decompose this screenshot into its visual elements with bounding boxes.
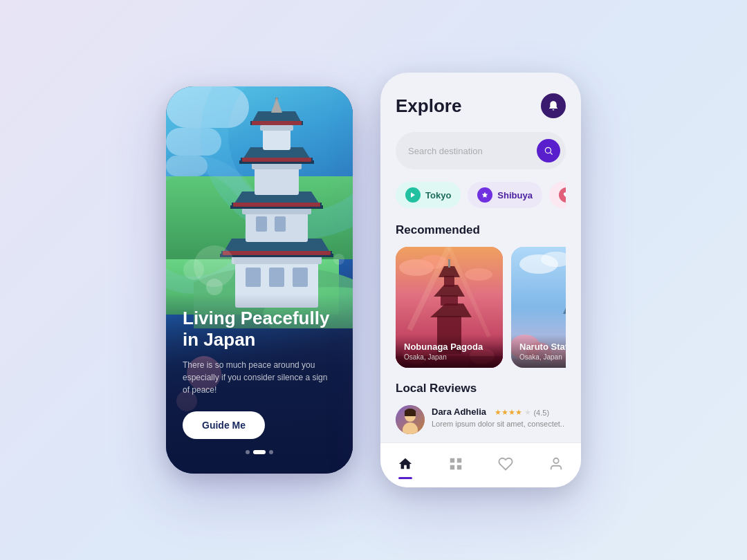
chip-yokohama-icon <box>559 187 566 203</box>
chip-shibuya-label: Shibuya <box>497 190 533 200</box>
chip-tokyo-icon <box>405 187 421 203</box>
rec-card-2-name: Naruto Statu... <box>519 342 566 352</box>
filter-chips: Tokyo Shibuya Yok. <box>396 182 566 208</box>
svg-line-35 <box>551 153 553 155</box>
reviews-section: Local Reviews <box>396 382 566 442</box>
nav-profile[interactable] <box>540 452 572 479</box>
svg-rect-25 <box>293 268 308 287</box>
chip-yokohama[interactable]: Yok... <box>549 182 566 208</box>
svg-rect-24 <box>269 268 284 287</box>
rec-card-2-info: Naruto Statu... Osaka, Japan <box>511 335 566 368</box>
review-rating: ★★★★ ★ (4.5) <box>495 408 549 417</box>
nav-home[interactable] <box>389 452 421 479</box>
svg-point-75 <box>553 458 558 463</box>
svg-rect-12 <box>255 166 299 195</box>
rec-card-2-location: Osaka, Japan <box>519 353 566 361</box>
rec-card-1-location: Osaka, Japan <box>404 353 495 361</box>
search-button[interactable] <box>537 139 560 162</box>
user-icon <box>548 456 564 475</box>
rec-card-1-name: Nobunaga Pagoda <box>404 342 495 352</box>
review-item-1: Dara Adhelia ★★★★ ★ (4.5) Lorem ipsum do… <box>396 405 566 434</box>
svg-rect-44 <box>441 295 458 306</box>
svg-rect-30 <box>242 158 311 162</box>
reviewer-row: Dara Adhelia ★★★★ ★ (4.5) <box>432 405 566 418</box>
reviewer-avatar <box>396 405 425 434</box>
svg-marker-36 <box>411 192 415 198</box>
svg-rect-31 <box>252 121 302 125</box>
left-phone: Living Peacefully in Japan There is so m… <box>166 86 353 474</box>
svg-rect-27 <box>275 216 286 232</box>
svg-rect-23 <box>246 268 261 287</box>
rec-card-1-info: Nobunaga Pagoda Osaka, Japan <box>396 335 503 368</box>
svg-rect-17 <box>263 128 290 150</box>
svg-rect-29 <box>233 203 320 207</box>
svg-marker-37 <box>482 192 488 198</box>
rating-value: (4.5) <box>533 409 549 417</box>
rec-card-1[interactable]: Nobunaga Pagoda Osaka, Japan <box>396 247 503 368</box>
heart-icon <box>498 456 513 475</box>
left-phone-subtitle: There is so much peace around you especi… <box>183 359 336 396</box>
glow-2 <box>183 259 204 280</box>
search-placeholder: Search destination <box>408 146 537 156</box>
recommended-cards: Nobunaga Pagoda Osaka, Japan <box>396 247 566 368</box>
grid-icon <box>448 456 463 475</box>
svg-marker-22 <box>271 97 282 113</box>
recommended-title: Recommended <box>396 223 566 237</box>
explore-header: Explore <box>396 93 566 118</box>
search-bar[interactable]: Search destination <box>396 132 566 169</box>
chip-tokyo-label: Tokyo <box>425 190 451 200</box>
nav-indicator <box>398 477 412 479</box>
rec-card-2[interactable]: Naruto Statu... Osaka, Japan <box>511 247 566 368</box>
svg-rect-48 <box>448 259 450 268</box>
pagination-dots <box>246 450 273 454</box>
reviews-title: Local Reviews <box>396 382 566 395</box>
chip-tokyo[interactable]: Tokyo <box>396 182 461 208</box>
svg-rect-46 <box>444 276 454 287</box>
chip-shibuya-icon <box>477 187 492 203</box>
star-empty: ★ <box>524 408 531 417</box>
bell-icon[interactable] <box>541 93 566 118</box>
left-phone-content: Living Peacefully in Japan There is so m… <box>166 294 353 474</box>
review-content: Dara Adhelia ★★★★ ★ (4.5) Lorem ipsum do… <box>432 405 566 428</box>
svg-rect-74 <box>405 411 416 416</box>
home-icon <box>398 456 413 475</box>
left-phone-title: Living Peacefully in Japan <box>183 308 336 351</box>
dot-1 <box>246 450 250 454</box>
review-text: Lorem ipsum dolor sit amet, consectet.. <box>432 420 566 428</box>
svg-point-33 <box>333 254 344 265</box>
svg-point-41 <box>465 268 492 281</box>
reviewer-name: Dara Adhelia <box>432 407 486 417</box>
svg-rect-26 <box>256 216 267 232</box>
bottom-nav <box>380 442 581 487</box>
svg-rect-28 <box>223 251 331 255</box>
guide-me-button[interactable]: Guide Me <box>183 411 265 439</box>
stars: ★★★★ <box>495 408 522 417</box>
nav-explore[interactable] <box>440 452 472 479</box>
right-phone: Explore Search destination <box>380 73 581 487</box>
svg-rect-18 <box>260 125 293 131</box>
explore-title: Explore <box>396 95 461 117</box>
chip-shibuya[interactable]: Shibuya <box>468 182 542 208</box>
nav-favorites[interactable] <box>490 452 522 479</box>
dot-3 <box>269 450 273 454</box>
dot-2-active <box>253 450 266 454</box>
